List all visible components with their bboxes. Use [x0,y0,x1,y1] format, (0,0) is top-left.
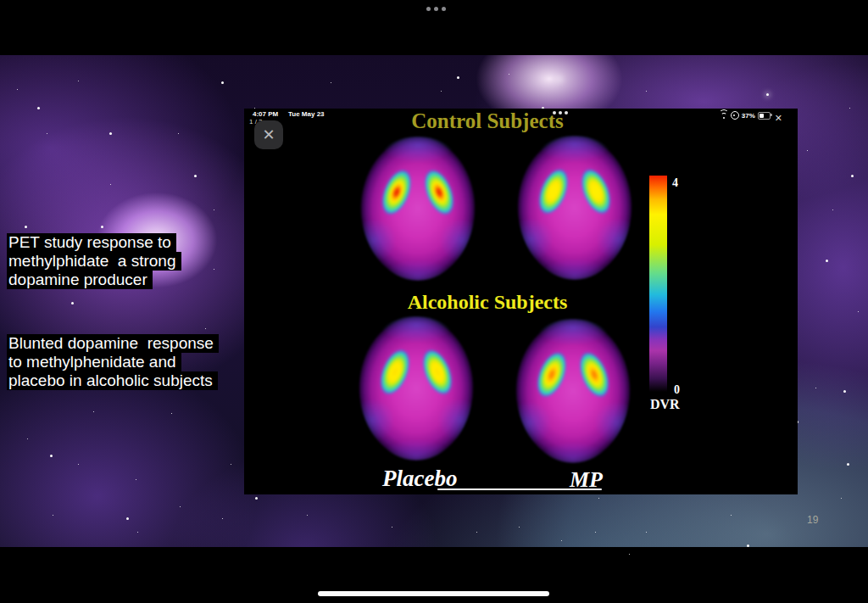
annotation-blunted-response: Blunted dopamine response to methylpheni… [7,334,219,390]
slide-number: 19 [807,514,818,526]
note-line: Blunted dopamine response [7,334,219,353]
striatum-hotspot [416,345,459,404]
note-line: dopamine producer [7,271,153,289]
wifi-icon [720,112,728,119]
note-line: PET study response to [7,233,176,252]
status-icons: 37% ✕ [720,111,782,120]
battery-percent: 37% [742,112,755,120]
striatum-hotspot [372,345,415,404]
striatum-hotspot [418,165,461,224]
brain-scan-alcoholic-placebo [359,316,474,461]
brain-scan-control-placebo [360,137,476,281]
striatum-hotspot [374,165,417,224]
battery-icon [758,112,771,120]
status-date: Tue May 23 [288,110,325,118]
colorbar-axis-label: DVR [650,397,680,412]
colorbar-min-label: 0 [674,383,680,397]
close-button[interactable]: ✕ [254,120,283,149]
slide-title-control-subjects: Control Subjects [411,109,563,133]
striatum-hotspot [531,165,574,223]
striatum-hotspot [573,348,616,406]
note-line: to methylphenidate and [7,353,181,371]
starfield-layer-2 [0,55,1,56]
home-indicator[interactable] [318,591,549,596]
status-close-icon[interactable]: ✕ [775,114,782,122]
note-line: methylphidate a strong [7,252,181,271]
orientation-lock-icon [731,111,739,120]
dvr-colorbar [649,176,667,392]
striatum-hotspot [575,165,618,223]
ipad-screen: PET study response to methylphidate a st… [0,0,868,603]
multitask-menu-icon[interactable] [426,7,446,11]
status-time: 4:07 PM [253,110,278,118]
mp-label: MP [570,467,603,493]
colorbar-max-label: 4 [672,176,678,190]
brain-scan-control-mp [517,136,632,280]
presentation-window: 4:07 PM Tue May 23 1 / 3 37% ✕ ✕ Control… [244,109,798,494]
brain-scan-alcoholic-mp [515,319,631,463]
note-line: placebo in alcoholic subjects [7,371,218,390]
slide-title-alcoholic-subjects: Alcoholic Subjects [408,291,568,314]
striatum-hotspot [529,348,572,406]
annotation-pet-study: PET study response to methylphidate a st… [7,233,181,289]
